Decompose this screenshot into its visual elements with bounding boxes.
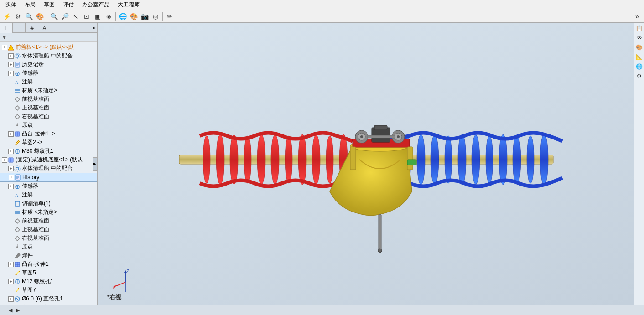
tree-expand-btn[interactable]: + (8, 262, 14, 267)
tree-item[interactable]: +传感器 (0, 69, 97, 77)
tree-expand-btn[interactable] (8, 253, 14, 258)
tree-expand-btn[interactable]: + (8, 71, 14, 76)
tree-expand-btn[interactable] (8, 218, 14, 224)
tree-item[interactable]: +M30 螺纹孔1 (0, 147, 97, 155)
tree-item[interactable]: +(固定) 减速机底座<1> (默认 (0, 155, 97, 164)
tree-expand-btn[interactable] (8, 244, 14, 250)
tree-expand-btn[interactable]: + (2, 45, 7, 50)
tree-expand-btn[interactable] (8, 140, 14, 145)
rp-measure-icon[interactable]: 📐 (635, 52, 644, 62)
toolbar-view-icon[interactable]: ▣ (93, 11, 103, 21)
tree-item[interactable]: 焊件 (0, 251, 97, 260)
toolbar-cam-icon[interactable]: 📷 (140, 11, 150, 21)
menu-layout[interactable]: 布局 (21, 0, 39, 10)
tree-expand-btn[interactable]: + (9, 175, 14, 180)
tree-expand-btn[interactable]: + (8, 131, 14, 137)
tree-expand-btn[interactable] (8, 114, 14, 119)
tree-item[interactable]: 原点 (0, 243, 97, 251)
toolbar-pencil-icon[interactable]: ✏ (165, 11, 175, 21)
tree-expand-btn[interactable] (8, 105, 14, 111)
toolbar-zoom2-icon[interactable]: 🔎 (60, 11, 70, 21)
tree-item[interactable]: 草图5 (0, 269, 97, 277)
tree-expand-btn[interactable] (8, 97, 14, 102)
rp-settings-icon[interactable]: ⚙ (635, 72, 644, 81)
toolbar-settings-icon[interactable]: ⚙ (13, 11, 23, 21)
tree-expand-btn[interactable]: + (8, 184, 14, 189)
tree-tab-config[interactable]: ◈ (26, 23, 38, 33)
tree-item[interactable]: +Ø6.0 (6) 直径孔1 (0, 294, 97, 303)
statusbar-scroll-right[interactable]: ▶ (16, 307, 20, 313)
tree-expand-btn[interactable] (8, 227, 14, 232)
toolbar-3d-icon[interactable]: ⊡ (82, 11, 92, 21)
menu-evaluate[interactable]: 评估 (59, 0, 78, 10)
tree-expand-btn[interactable]: + (8, 279, 14, 284)
tree-item[interactable]: A注解 (0, 77, 97, 86)
tree-expand-btn[interactable] (8, 236, 14, 241)
rp-scene-icon[interactable]: 🌐 (635, 62, 644, 71)
tree-item[interactable]: 材质 <未指定> (0, 86, 97, 95)
toolbar-expand-icon[interactable]: » (632, 11, 642, 21)
tree-panel-collapse[interactable]: ▶ (93, 157, 97, 171)
rp-view-icon[interactable]: 👁 (635, 33, 644, 42)
tree-item[interactable]: +前绞龙调节座<1> -> (默认 < (0, 303, 97, 305)
tree-tab-properties[interactable]: ≡ (13, 23, 26, 33)
toolbar-search-icon[interactable]: 🔍 (24, 11, 34, 21)
toolbar-color-icon[interactable]: 🎨 (35, 11, 45, 21)
tree-expand-btn[interactable]: + (2, 157, 7, 163)
tree-item[interactable]: +水体清理船 中的配合 (0, 164, 97, 173)
tree-item[interactable]: +历史记录 (0, 60, 97, 69)
tree-expand-btn[interactable]: + (8, 62, 14, 67)
toolbar-cursor-icon[interactable]: ↖ (71, 11, 81, 21)
tree-item[interactable]: 右视基准面 (0, 234, 97, 243)
toolbar-filter-icon[interactable]: ⚡ (2, 11, 12, 21)
tree-item[interactable]: 上视基准面 (0, 225, 97, 234)
tree-item[interactable]: 草图2 -> (0, 138, 97, 147)
tree-tab-expand[interactable]: » (51, 23, 97, 32)
tree-item[interactable]: 材质 <未指定> (0, 208, 97, 217)
menu-sketch[interactable]: 草图 (40, 0, 58, 10)
tree-item[interactable]: 右视基准面 (0, 112, 97, 121)
toolbar-misc-icon[interactable]: ◎ (151, 11, 161, 21)
tree-item[interactable]: +水体清理船 中的配合 (0, 52, 97, 60)
tree-item[interactable]: 切割清单(1) (0, 199, 97, 208)
menu-engineer[interactable]: 大工程师 (114, 0, 143, 10)
tree-expand-btn[interactable]: + (8, 296, 14, 302)
menu-solid[interactable]: 实体 (2, 0, 20, 10)
tree-item[interactable]: 上视基准面 (0, 103, 97, 112)
tree-expand-btn[interactable] (8, 123, 14, 128)
tree-tab-features[interactable]: F (0, 23, 13, 33)
tree-item[interactable]: 原点 (0, 121, 97, 129)
tree-item[interactable]: A注解 (0, 191, 97, 199)
viewport[interactable]: *右视 Z X (98, 23, 634, 305)
tree-tab-display[interactable]: A (38, 23, 51, 33)
tree-expand-btn[interactable] (8, 201, 14, 207)
tree-item[interactable]: +凸台-拉伸1 -> (0, 129, 97, 138)
tree-item[interactable]: +M12 螺纹孔1 (0, 277, 97, 286)
tree-expand-btn[interactable] (8, 192, 14, 198)
tree-expand-btn[interactable] (8, 79, 14, 85)
tree-item[interactable]: 前视基准面 (0, 217, 97, 225)
tree-item[interactable]: +传感器 (0, 182, 97, 191)
rp-appearance-icon[interactable]: 🎨 (635, 43, 644, 52)
tree-content[interactable]: +!前盖板<1> -> (默认<<默+水体清理船 中的配合+历史记录+传感器A注… (0, 42, 97, 305)
statusbar-scroll-left[interactable]: ◀ (9, 307, 12, 313)
tree-item[interactable]: +凸台-拉伸1 (0, 260, 97, 269)
tree-item[interactable]: 草图7 (0, 286, 97, 294)
tree-expand-btn[interactable] (8, 210, 14, 215)
tree-expand-btn[interactable]: + (8, 149, 14, 154)
tree-item[interactable]: +History (0, 173, 97, 182)
toolbar-zoom-icon[interactable]: 🔍 (49, 11, 59, 21)
tree-item[interactable]: 前视基准面 (0, 95, 97, 103)
rp-properties-icon[interactable]: 📋 (635, 24, 644, 33)
tree-expand-btn[interactable]: + (2, 305, 7, 305)
menu-office[interactable]: 办公室产品 (78, 0, 113, 10)
filter-icon[interactable]: ▼ (2, 35, 7, 40)
tree-expand-btn[interactable] (8, 88, 14, 93)
toolbar-palette-icon[interactable]: 🎨 (129, 11, 139, 21)
tree-expand-btn[interactable]: + (8, 53, 14, 59)
tree-expand-btn[interactable]: + (8, 166, 14, 171)
tree-item[interactable]: +!前盖板<1> -> (默认<<默 (0, 43, 97, 52)
toolbar-globe-icon[interactable]: 🌐 (118, 11, 128, 21)
tree-expand-btn[interactable] (8, 288, 14, 293)
tree-expand-btn[interactable] (8, 270, 14, 276)
